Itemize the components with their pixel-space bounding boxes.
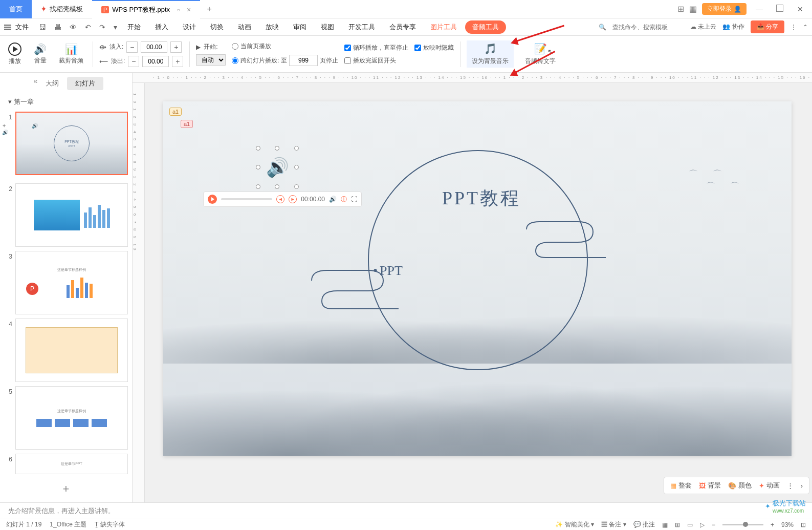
audio-object[interactable]: 🔊 xyxy=(258,149,296,186)
comment-marker-2[interactable]: a1 xyxy=(181,120,193,128)
search-input[interactable] xyxy=(612,24,684,31)
cross-slide-input[interactable] xyxy=(289,55,318,66)
menu-devtools[interactable]: 开发工具 xyxy=(342,19,381,35)
slide-thumb-6[interactable]: 这是章节PPT xyxy=(15,454,128,474)
resize-handle[interactable] xyxy=(294,165,299,169)
float-close-icon[interactable]: › xyxy=(801,482,803,490)
ribbon-play[interactable]: 播放 xyxy=(5,43,25,66)
radio-current-slide[interactable]: 当前页播放 xyxy=(232,42,338,51)
float-more-icon[interactable]: ⋮ xyxy=(787,482,794,490)
apps-icon[interactable]: ▦ xyxy=(689,4,697,14)
slides-tab[interactable]: 幻灯片 xyxy=(67,77,103,90)
audio-progress[interactable] xyxy=(221,198,272,200)
status-theme[interactable]: 1_Office 主题 xyxy=(50,520,86,529)
outline-tab[interactable]: 大纲 xyxy=(37,77,67,90)
add-slide-button[interactable]: + xyxy=(0,476,132,502)
view-slideshow-icon[interactable]: ▷ xyxy=(700,521,705,528)
audio-volume-icon[interactable]: 🔊 xyxy=(329,196,337,203)
slide-thumb-2[interactable] xyxy=(15,183,128,247)
resize-handle[interactable] xyxy=(256,146,260,151)
menu-insert[interactable]: 插入 xyxy=(149,19,174,35)
fade-in-input[interactable] xyxy=(141,41,167,53)
status-comment-btn[interactable]: 💬 批注 xyxy=(633,520,655,529)
qat-undo-icon[interactable]: ↶ xyxy=(83,23,93,31)
status-beautify[interactable]: ✨ 智能美化 ▾ xyxy=(555,520,594,529)
view-normal-icon[interactable]: ▦ xyxy=(662,521,668,528)
menu-animation[interactable]: 动画 xyxy=(232,19,257,35)
resize-handle[interactable] xyxy=(256,165,260,169)
qat-save-icon[interactable]: 🖫 xyxy=(37,23,48,31)
audio-expand-icon[interactable]: ⛶ xyxy=(351,196,357,203)
minimize-button[interactable]: — xyxy=(752,5,767,13)
resize-handle[interactable] xyxy=(256,184,260,189)
qat-dropdown-icon[interactable]: ▾ xyxy=(112,23,119,31)
status-notes-btn[interactable]: ☰ 备注 ▾ xyxy=(601,520,626,529)
resize-handle[interactable] xyxy=(275,146,279,151)
view-reading-icon[interactable]: ▭ xyxy=(687,521,693,528)
check-return[interactable]: 播放完返回开头 xyxy=(344,56,408,65)
tab-menu-icon[interactable]: ▫ xyxy=(177,6,180,14)
slide-title[interactable]: PPT教程 xyxy=(442,186,521,211)
menu-view[interactable]: 视图 xyxy=(315,19,340,35)
menu-review[interactable]: 审阅 xyxy=(287,19,313,35)
menu-design[interactable]: 设计 xyxy=(177,19,202,35)
menu-transition[interactable]: 切换 xyxy=(204,19,230,35)
comment-marker-1[interactable]: a1 xyxy=(169,108,182,116)
resize-handle[interactable] xyxy=(275,184,279,189)
audio-prev-button[interactable]: ◄ xyxy=(276,195,284,203)
zoom-slider[interactable] xyxy=(722,524,763,525)
qat-preview-icon[interactable]: 👁 xyxy=(68,23,79,31)
tab-templates[interactable]: ✦ 找稻壳模板 xyxy=(32,0,92,18)
menu-slideshow[interactable]: 放映 xyxy=(259,19,285,35)
menu-member[interactable]: 会员专享 xyxy=(383,19,422,35)
file-menu[interactable]: 文件 xyxy=(15,23,29,32)
menu-audio-tools[interactable]: 音频工具 xyxy=(465,20,506,34)
status-font[interactable]: Ṯ 缺失字体 xyxy=(95,520,124,529)
hamburger-icon[interactable] xyxy=(4,25,11,30)
resize-handle[interactable] xyxy=(294,146,299,151)
slide-thumb-4[interactable] xyxy=(15,319,128,382)
resize-handle[interactable] xyxy=(294,184,299,189)
fade-in-minus[interactable]: − xyxy=(126,41,138,53)
layout-icon[interactable]: ⊞ xyxy=(677,4,684,14)
close-button[interactable]: ✕ xyxy=(793,5,808,13)
ribbon-volume[interactable]: 🔊 音量 xyxy=(31,43,50,65)
collapse-panel-icon[interactable]: « xyxy=(29,77,38,90)
collab-button[interactable]: 👥 协作 xyxy=(722,23,744,31)
fade-in-plus[interactable]: + xyxy=(170,41,182,53)
menu-picture-tools[interactable]: 图片工具 xyxy=(424,19,463,35)
view-sorter-icon[interactable]: ⊞ xyxy=(675,521,680,528)
radio-cross-slide[interactable]: 跨幻灯片播放: 至 页停止 xyxy=(232,55,338,66)
slide-thumb-5[interactable]: 这是章节标题样例 xyxy=(15,386,128,450)
fade-out-minus[interactable]: − xyxy=(128,56,139,67)
chapter-label[interactable]: ▾ 第一章 xyxy=(0,94,132,110)
tab-document[interactable]: P WPS PPT教程.pptx ▫ × xyxy=(92,0,200,18)
fade-out-input[interactable] xyxy=(142,56,169,67)
zoom-out-button[interactable]: − xyxy=(712,521,715,528)
notes-bar[interactable]: 先介绍背景信息，再进入主题讲解。 xyxy=(0,502,812,519)
add-tab-button[interactable]: + xyxy=(200,5,218,14)
start-select[interactable]: 自动 xyxy=(196,54,226,66)
fade-out-plus[interactable]: + xyxy=(172,56,183,67)
ribbon-trim[interactable]: 📊 裁剪音频 xyxy=(56,43,86,65)
qat-redo-icon[interactable]: ↷ xyxy=(97,23,107,31)
check-loop[interactable]: 循环播放，直至停止 xyxy=(344,44,408,52)
check-hide[interactable]: 放映时隐藏 xyxy=(414,44,454,52)
menu-start[interactable]: 开始 xyxy=(121,19,147,35)
zoom-level[interactable]: 93% xyxy=(781,521,794,528)
maximize-button[interactable] xyxy=(772,5,787,13)
ribbon-audio-to-text[interactable]: 📝 音频转文字 ↖ xyxy=(520,40,561,68)
zoom-in-button[interactable]: + xyxy=(771,521,774,528)
slide-canvas[interactable]: PPT教程 PPT ⌒ ⌒ ⌒ ⌒ a1 a1 🔊 xyxy=(163,101,792,456)
share-button[interactable]: 📤 分享 xyxy=(751,20,784,33)
collapse-ribbon-icon[interactable]: ⌃ xyxy=(803,24,808,31)
fit-window-icon[interactable]: ⊡ xyxy=(801,521,806,528)
ribbon-bg-music[interactable]: 🎵 设为背景音乐 xyxy=(467,40,514,68)
tab-home[interactable]: 首页 xyxy=(0,0,32,18)
more-icon[interactable]: ⋮ xyxy=(791,24,797,31)
slide-thumb-1[interactable]: PPT教程•PPT 🔊 xyxy=(15,112,128,175)
cloud-status[interactable]: ☁ 未上云 xyxy=(690,23,716,31)
search-icon[interactable]: 🔍 xyxy=(599,24,606,31)
login-button[interactable]: 立即登录 👤 xyxy=(702,3,747,15)
audio-info-icon[interactable]: ⓘ xyxy=(341,195,347,204)
